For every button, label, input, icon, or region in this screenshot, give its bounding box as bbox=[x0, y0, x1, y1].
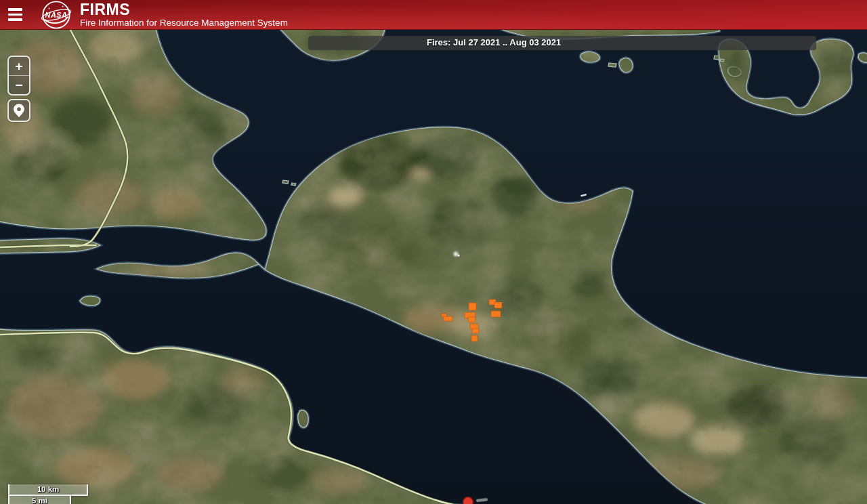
scale-imperial: 5 mi bbox=[8, 495, 71, 504]
map-canvas[interactable] bbox=[0, 30, 867, 504]
fire-marker[interactable] bbox=[471, 335, 478, 341]
location-pin-icon bbox=[12, 102, 26, 119]
locate-button[interactable] bbox=[7, 99, 30, 122]
fire-marker[interactable] bbox=[468, 317, 475, 322]
svg-text:NASA: NASA bbox=[45, 10, 67, 18]
fire-marker[interactable] bbox=[472, 329, 479, 333]
zoom-out-button[interactable]: − bbox=[9, 76, 29, 94]
nasa-insignia-icon: NASA bbox=[41, 0, 72, 30]
app-title: FIRMS bbox=[80, 1, 288, 18]
hamburger-icon bbox=[8, 8, 22, 11]
app-header: NASA FIRMS Fire Information for Resource… bbox=[0, 0, 867, 30]
zoom-in-button[interactable]: + bbox=[9, 57, 29, 75]
map-scale-control: 10 km 5 mi bbox=[8, 484, 88, 504]
firms-app: NASA FIRMS Fire Information for Resource… bbox=[0, 0, 867, 504]
fire-marker[interactable] bbox=[469, 303, 476, 310]
header-titles: FIRMS Fire Information for Resource Mana… bbox=[80, 1, 288, 28]
nasa-logo[interactable]: NASA bbox=[41, 0, 72, 30]
fire-marker[interactable] bbox=[444, 316, 452, 321]
app-subtitle: Fire Information for Resource Management… bbox=[80, 18, 288, 28]
fire-marker[interactable] bbox=[491, 311, 501, 317]
zoom-control: + − bbox=[7, 56, 30, 96]
selected-fire-marker[interactable] bbox=[463, 497, 473, 504]
menu-button[interactable] bbox=[0, 0, 30, 30]
date-range-label: Fires: Jul 27 2021 .. Aug 03 2021 bbox=[427, 37, 561, 47]
fire-marker[interactable] bbox=[494, 302, 502, 308]
date-range-bar[interactable]: Fires: Jul 27 2021 .. Aug 03 2021 bbox=[308, 36, 816, 50]
